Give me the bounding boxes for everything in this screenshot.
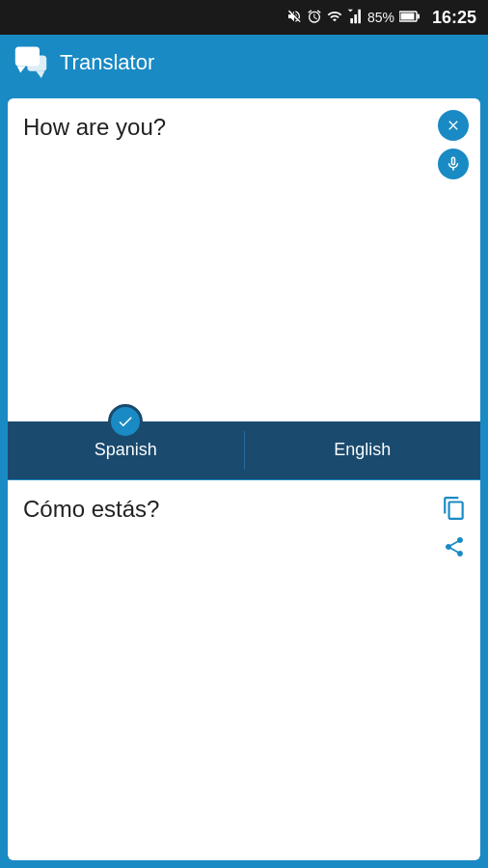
microphone-button[interactable] [438, 149, 469, 179]
output-area: Cómo estás? [8, 480, 480, 861]
input-card: How are you? Spanish [8, 98, 480, 479]
status-bar: 85% 16:25 [0, 0, 488, 35]
status-icons: 85% [286, 9, 420, 27]
alarm-icon [307, 9, 322, 27]
output-card: Cómo estás? [8, 480, 480, 861]
app-logo-icon [14, 43, 48, 82]
target-language-button[interactable]: English [245, 421, 481, 479]
svg-rect-1 [400, 14, 414, 20]
svg-rect-5 [27, 56, 46, 71]
wifi-icon [327, 9, 342, 27]
input-text: How are you? [23, 112, 432, 142]
source-language-button[interactable]: Spanish [8, 421, 244, 479]
svg-marker-4 [17, 66, 26, 72]
source-language-label: Spanish [95, 440, 157, 460]
active-check-icon [108, 404, 143, 439]
copy-button[interactable] [438, 492, 471, 525]
svg-marker-6 [36, 71, 44, 78]
language-bar: Spanish English [8, 421, 480, 479]
target-language-label: English [334, 440, 391, 460]
clear-button[interactable] [438, 110, 469, 141]
main-content: How are you? Spanish [0, 91, 488, 868]
battery-icon [399, 10, 420, 25]
signal-icon [347, 9, 363, 27]
share-button[interactable] [438, 530, 471, 563]
input-area: How are you? [8, 98, 480, 421]
app-header: Translator [0, 35, 488, 91]
output-text: Cómo estás? [23, 494, 432, 524]
status-time: 16:25 [432, 8, 476, 28]
svg-rect-2 [417, 14, 420, 19]
app-title: Translator [60, 50, 154, 75]
mute-icon [286, 9, 302, 27]
battery-percentage: 85% [367, 10, 394, 25]
